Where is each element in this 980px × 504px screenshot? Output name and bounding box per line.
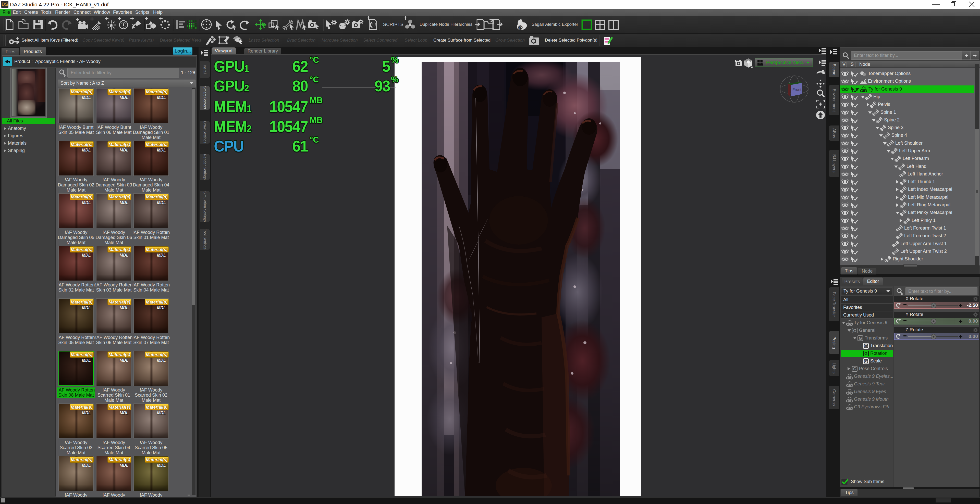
svg-text:P: P [519, 25, 522, 30]
svg-text:G: G [859, 336, 862, 341]
svg-text:G: G [864, 344, 867, 348]
svg-text:G: G [853, 328, 856, 333]
svg-text:Front: Front [792, 87, 802, 92]
svg-text:G: G [853, 367, 856, 371]
svg-text:G: G [864, 359, 867, 363]
svg-text:G: G [864, 352, 867, 356]
